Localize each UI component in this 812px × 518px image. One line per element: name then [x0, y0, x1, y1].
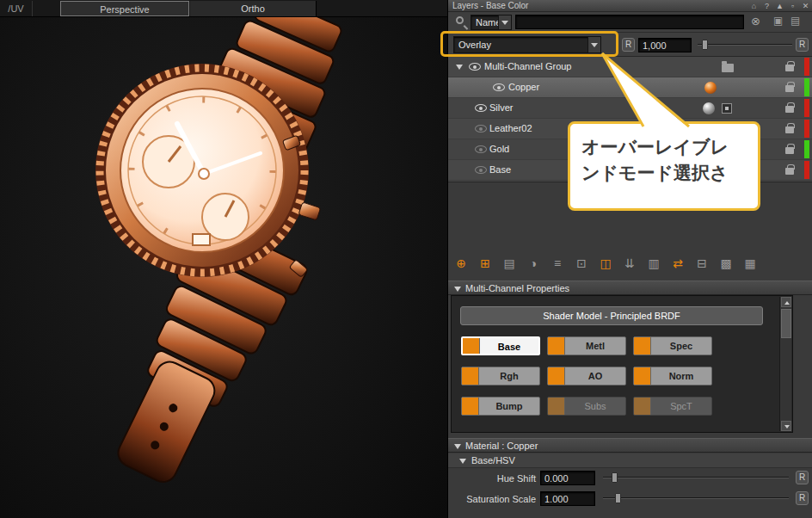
panel-options-icon[interactable]: ▤	[790, 15, 800, 27]
search-icon	[456, 16, 464, 24]
channel-button-metl[interactable]: Metl	[547, 336, 626, 355]
remove-layer-icon[interactable]: ⊟	[694, 256, 710, 271]
chevron-down-icon[interactable]	[587, 37, 600, 52]
panel-title-bar[interactable]: Layers - Base Color ⌂ ? ▲ ▫ ✕	[448, 0, 812, 12]
lock-icon[interactable]	[785, 168, 794, 175]
layer-name: Leather02	[489, 123, 532, 133]
channel-label: Bump	[479, 398, 539, 415]
channel-button-base[interactable]: Base	[461, 336, 540, 355]
channel-button-rgh[interactable]: Rgh	[461, 367, 540, 385]
saturation-scale-slider[interactable]	[603, 492, 789, 504]
tab-perspective[interactable]: Perspective	[60, 1, 189, 16]
layer-row-silver[interactable]: Silver	[448, 98, 812, 119]
layer-row-copper[interactable]: Copper	[448, 77, 812, 98]
duplicate-layer-icon[interactable]: ◫	[598, 256, 613, 271]
visibility-eye-icon[interactable]	[493, 83, 507, 93]
layer-opacity-field[interactable]	[638, 38, 692, 52]
layer-name: Copper	[508, 82, 539, 92]
lock-icon[interactable]	[785, 85, 794, 92]
channel-swatch	[462, 398, 479, 415]
scroll-down-icon[interactable]	[781, 421, 791, 431]
application-window: /UV Perspective Ortho	[0, 0, 812, 518]
status-bar	[804, 78, 809, 96]
chevron-down-icon[interactable]	[498, 15, 511, 29]
layer-search-bar: Name ⊗ ▣ ▤	[448, 12, 812, 33]
slider-thumb[interactable]	[615, 493, 621, 503]
viewport-tab-bar: /UV Perspective Ortho	[0, 0, 447, 17]
properties-section-header[interactable]: Multi-Channel Properties	[448, 281, 812, 295]
clear-search-icon[interactable]: ⊗	[751, 15, 760, 28]
list-options-icon[interactable]: ▣	[773, 15, 783, 27]
copper-material-thumb-icon[interactable]	[704, 82, 717, 94]
help-icon[interactable]: ?	[762, 2, 772, 11]
layer-name: Silver	[489, 102, 514, 113]
slider-thumb[interactable]	[612, 472, 618, 483]
visibility-eye-icon[interactable]	[475, 166, 489, 176]
blend-reset-button[interactable]: R	[622, 38, 635, 52]
viewport-3d[interactable]: /UV Perspective Ortho	[0, 0, 448, 518]
collapse-triangle-icon[interactable]	[459, 459, 466, 464]
float-icon[interactable]: ▫	[788, 2, 797, 11]
channel-button-subs: Subs	[547, 397, 626, 416]
expand-triangle-icon[interactable]	[456, 65, 463, 70]
pin-icon[interactable]: ▲	[775, 2, 784, 11]
base-hsv-subsection-header[interactable]: Base/HSV	[448, 453, 812, 468]
scroll-thumb[interactable]	[781, 309, 791, 338]
slider-track	[603, 477, 789, 478]
add-filter-icon[interactable]: ≡	[550, 256, 565, 271]
saturation-scale-field[interactable]	[540, 491, 595, 506]
hue-shift-field[interactable]	[540, 471, 595, 485]
add-procedural-icon[interactable]: ⊡	[574, 256, 589, 271]
channel-button-spec[interactable]: Spec	[633, 336, 712, 355]
slider-thumb[interactable]	[702, 40, 708, 50]
lock-icon[interactable]	[785, 106, 794, 113]
material-section-title: Material : Copper	[465, 441, 538, 451]
merge-layers-icon[interactable]: ⇊	[622, 256, 637, 271]
status-bar	[804, 58, 809, 76]
layer-row-multi-channel-group[interactable]: Multi-Channel Group	[448, 57, 812, 77]
flatten-layers-icon[interactable]: ▥	[646, 256, 661, 271]
lock-icon[interactable]	[785, 126, 794, 133]
search-filter-combo[interactable]: Name	[471, 15, 512, 30]
lock-layers-icon[interactable]: ▩	[718, 256, 734, 271]
transfer-layer-icon[interactable]: ⇄	[670, 256, 686, 271]
mask-thumb-icon[interactable]	[722, 103, 732, 114]
silver-material-thumb-icon[interactable]	[703, 102, 715, 114]
layer-opacity-slider[interactable]	[698, 39, 792, 51]
channel-button-bump[interactable]: Bump	[461, 397, 540, 416]
visibility-eye-icon[interactable]	[469, 63, 483, 72]
watch-3d-render[interactable]	[0, 17, 448, 518]
channel-swatch	[463, 338, 480, 354]
blend-mode-combo[interactable]: Overlay	[453, 36, 601, 53]
shader-model-button[interactable]: Shader Model - Principled BRDF	[460, 306, 763, 325]
collapse-triangle-icon[interactable]	[454, 444, 461, 449]
visibility-eye-icon[interactable]	[475, 125, 489, 134]
add-layer-icon[interactable]: ⊞	[477, 256, 493, 271]
collapse-triangle-icon[interactable]	[454, 287, 461, 292]
panel-title: Layers - Base Color	[452, 1, 528, 10]
add-adjustment-icon[interactable]: ◑	[526, 256, 541, 271]
visibility-eye-icon[interactable]	[475, 104, 489, 114]
saturation-scale-reset-button[interactable]: R	[796, 491, 809, 505]
channel-button-norm[interactable]: Norm	[633, 367, 712, 385]
channel-label: Base	[480, 338, 538, 354]
channel-button-ao[interactable]: AO	[547, 367, 626, 385]
add-channel-icon[interactable]: ⊕	[453, 256, 469, 271]
scroll-up-icon[interactable]	[781, 297, 791, 307]
lock-icon[interactable]	[785, 147, 794, 154]
opacity-reset-button[interactable]: R	[796, 38, 809, 52]
add-group-icon[interactable]: ▤	[501, 256, 517, 271]
grid-view-icon[interactable]: ▦	[742, 256, 758, 271]
visibility-eye-icon[interactable]	[475, 145, 489, 155]
close-icon[interactable]: ✕	[801, 2, 810, 11]
channel-label: Rgh	[479, 367, 539, 385]
hue-shift-reset-button[interactable]: R	[796, 471, 809, 484]
properties-scrollbar[interactable]	[779, 297, 791, 431]
home-icon[interactable]: ⌂	[749, 2, 759, 11]
material-section-header[interactable]: Material : Copper	[448, 438, 812, 453]
layer-search-input[interactable]	[515, 15, 744, 29]
hue-shift-slider[interactable]	[603, 472, 789, 484]
tab-ortho-uv[interactable]: /UV	[0, 1, 33, 16]
tab-ortho[interactable]: Ortho	[190, 1, 317, 16]
lock-icon[interactable]	[785, 65, 794, 71]
